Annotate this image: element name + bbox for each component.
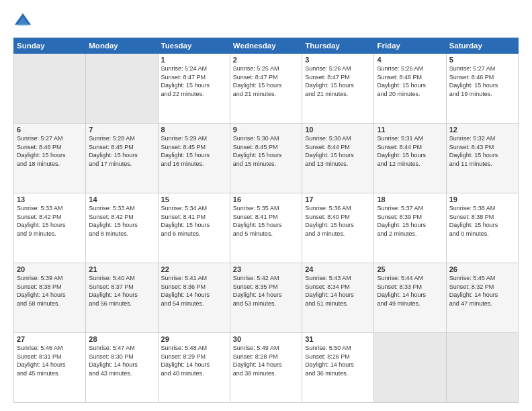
calendar-cell: 8Sunrise: 5:29 AM Sunset: 8:45 PM Daylig…	[158, 124, 230, 193]
calendar-cell	[86, 54, 158, 124]
day-info: Sunrise: 5:30 AM Sunset: 8:45 PM Dayligh…	[233, 134, 299, 168]
calendar-cell: 27Sunrise: 5:46 AM Sunset: 8:31 PM Dayli…	[14, 333, 86, 403]
calendar-cell	[374, 333, 446, 403]
day-info: Sunrise: 5:33 AM Sunset: 8:42 PM Dayligh…	[17, 204, 83, 238]
calendar-cell: 19Sunrise: 5:38 AM Sunset: 8:38 PM Dayli…	[446, 193, 518, 263]
calendar-cell	[14, 54, 86, 124]
day-number: 15	[161, 195, 227, 203]
day-number: 6	[17, 126, 83, 134]
day-number: 8	[161, 126, 227, 134]
calendar-cell: 18Sunrise: 5:37 AM Sunset: 8:39 PM Dayli…	[374, 193, 446, 263]
day-info: Sunrise: 5:24 AM Sunset: 8:47 PM Dayligh…	[161, 64, 227, 98]
week-row-2: 6Sunrise: 5:27 AM Sunset: 8:46 PM Daylig…	[14, 124, 519, 193]
day-info: Sunrise: 5:50 AM Sunset: 8:26 PM Dayligh…	[305, 344, 371, 377]
day-info: Sunrise: 5:32 AM Sunset: 8:43 PM Dayligh…	[449, 134, 515, 168]
week-row-5: 27Sunrise: 5:46 AM Sunset: 8:31 PM Dayli…	[14, 333, 519, 403]
day-info: Sunrise: 5:44 AM Sunset: 8:33 PM Dayligh…	[377, 274, 443, 308]
day-number: 24	[305, 265, 371, 273]
day-number: 28	[89, 335, 154, 343]
day-number: 3	[305, 56, 371, 64]
day-number: 23	[233, 265, 299, 273]
day-number: 17	[305, 195, 371, 203]
day-number: 11	[377, 126, 443, 134]
calendar-cell: 26Sunrise: 5:45 AM Sunset: 8:32 PM Dayli…	[446, 263, 518, 333]
week-row-1: 1Sunrise: 5:24 AM Sunset: 8:47 PM Daylig…	[14, 54, 519, 124]
header	[13, 12, 519, 31]
weekday-header-wednesday: Wednesday	[230, 38, 302, 54]
day-number: 4	[377, 56, 443, 64]
calendar-table: SundayMondayTuesdayWednesdayThursdayFrid…	[13, 38, 519, 403]
calendar-cell: 23Sunrise: 5:42 AM Sunset: 8:35 PM Dayli…	[230, 263, 302, 333]
day-info: Sunrise: 5:49 AM Sunset: 8:28 PM Dayligh…	[233, 344, 299, 377]
calendar-cell: 11Sunrise: 5:31 AM Sunset: 8:44 PM Dayli…	[374, 124, 446, 193]
weekday-header-monday: Monday	[86, 38, 158, 54]
calendar-cell: 30Sunrise: 5:49 AM Sunset: 8:28 PM Dayli…	[230, 333, 302, 403]
day-number: 2	[233, 56, 299, 64]
day-info: Sunrise: 5:40 AM Sunset: 8:37 PM Dayligh…	[89, 274, 154, 308]
day-info: Sunrise: 5:46 AM Sunset: 8:31 PM Dayligh…	[17, 344, 83, 377]
day-info: Sunrise: 5:38 AM Sunset: 8:38 PM Dayligh…	[449, 204, 515, 238]
week-row-3: 13Sunrise: 5:33 AM Sunset: 8:42 PM Dayli…	[14, 193, 519, 263]
day-number: 31	[305, 335, 371, 343]
calendar-cell: 9Sunrise: 5:30 AM Sunset: 8:45 PM Daylig…	[230, 124, 302, 193]
calendar-cell: 6Sunrise: 5:27 AM Sunset: 8:46 PM Daylig…	[14, 124, 86, 193]
calendar-cell: 22Sunrise: 5:41 AM Sunset: 8:36 PM Dayli…	[158, 263, 230, 333]
calendar-cell: 13Sunrise: 5:33 AM Sunset: 8:42 PM Dayli…	[14, 193, 86, 263]
weekday-header-friday: Friday	[374, 38, 446, 54]
calendar-cell: 14Sunrise: 5:33 AM Sunset: 8:42 PM Dayli…	[86, 193, 158, 263]
calendar-cell: 31Sunrise: 5:50 AM Sunset: 8:26 PM Dayli…	[302, 333, 374, 403]
day-number: 21	[89, 265, 154, 273]
calendar-cell	[446, 333, 518, 403]
calendar-cell: 16Sunrise: 5:35 AM Sunset: 8:41 PM Dayli…	[230, 193, 302, 263]
day-number: 9	[233, 126, 299, 134]
day-info: Sunrise: 5:27 AM Sunset: 8:46 PM Dayligh…	[449, 64, 515, 98]
day-info: Sunrise: 5:30 AM Sunset: 8:44 PM Dayligh…	[305, 134, 371, 168]
page: SundayMondayTuesdayWednesdayThursdayFrid…	[0, 0, 532, 411]
day-number: 26	[449, 265, 515, 273]
calendar-cell: 7Sunrise: 5:28 AM Sunset: 8:45 PM Daylig…	[86, 124, 158, 193]
day-info: Sunrise: 5:28 AM Sunset: 8:45 PM Dayligh…	[89, 134, 154, 168]
day-number: 5	[449, 56, 515, 64]
day-info: Sunrise: 5:48 AM Sunset: 8:29 PM Dayligh…	[161, 344, 227, 377]
day-number: 12	[449, 126, 515, 134]
day-info: Sunrise: 5:35 AM Sunset: 8:41 PM Dayligh…	[233, 204, 299, 238]
day-number: 7	[89, 126, 154, 134]
day-info: Sunrise: 5:47 AM Sunset: 8:30 PM Dayligh…	[89, 344, 154, 377]
day-info: Sunrise: 5:26 AM Sunset: 8:47 PM Dayligh…	[305, 64, 371, 98]
day-info: Sunrise: 5:41 AM Sunset: 8:36 PM Dayligh…	[161, 274, 227, 308]
day-info: Sunrise: 5:33 AM Sunset: 8:42 PM Dayligh…	[89, 204, 154, 238]
calendar-cell: 20Sunrise: 5:39 AM Sunset: 8:38 PM Dayli…	[14, 263, 86, 333]
day-number: 14	[89, 195, 154, 203]
day-info: Sunrise: 5:37 AM Sunset: 8:39 PM Dayligh…	[377, 204, 443, 238]
calendar-cell: 29Sunrise: 5:48 AM Sunset: 8:29 PM Dayli…	[158, 333, 230, 403]
day-info: Sunrise: 5:25 AM Sunset: 8:47 PM Dayligh…	[233, 64, 299, 98]
weekday-header-tuesday: Tuesday	[158, 38, 230, 54]
day-number: 1	[161, 56, 227, 64]
day-number: 22	[161, 265, 227, 273]
day-number: 13	[17, 195, 83, 203]
calendar-cell: 2Sunrise: 5:25 AM Sunset: 8:47 PM Daylig…	[230, 54, 302, 124]
day-info: Sunrise: 5:31 AM Sunset: 8:44 PM Dayligh…	[377, 134, 443, 168]
day-number: 30	[233, 335, 299, 343]
calendar-body: 1Sunrise: 5:24 AM Sunset: 8:47 PM Daylig…	[14, 54, 519, 403]
calendar-cell: 4Sunrise: 5:26 AM Sunset: 8:46 PM Daylig…	[374, 54, 446, 124]
day-info: Sunrise: 5:27 AM Sunset: 8:46 PM Dayligh…	[17, 134, 83, 168]
day-number: 18	[377, 195, 443, 203]
day-info: Sunrise: 5:42 AM Sunset: 8:35 PM Dayligh…	[233, 274, 299, 308]
weekday-header-sunday: Sunday	[14, 38, 86, 54]
calendar-cell: 1Sunrise: 5:24 AM Sunset: 8:47 PM Daylig…	[158, 54, 230, 124]
calendar-header: SundayMondayTuesdayWednesdayThursdayFrid…	[14, 38, 519, 54]
day-info: Sunrise: 5:29 AM Sunset: 8:45 PM Dayligh…	[161, 134, 227, 168]
logo-icon	[13, 12, 32, 31]
calendar-cell: 21Sunrise: 5:40 AM Sunset: 8:37 PM Dayli…	[86, 263, 158, 333]
calendar-cell: 10Sunrise: 5:30 AM Sunset: 8:44 PM Dayli…	[302, 124, 374, 193]
calendar-cell: 5Sunrise: 5:27 AM Sunset: 8:46 PM Daylig…	[446, 54, 518, 124]
calendar-cell: 24Sunrise: 5:43 AM Sunset: 8:34 PM Dayli…	[302, 263, 374, 333]
calendar-cell: 12Sunrise: 5:32 AM Sunset: 8:43 PM Dayli…	[446, 124, 518, 193]
weekday-header-thursday: Thursday	[302, 38, 374, 54]
day-number: 27	[17, 335, 83, 343]
logo	[13, 12, 35, 31]
day-info: Sunrise: 5:39 AM Sunset: 8:38 PM Dayligh…	[17, 274, 83, 308]
day-number: 29	[161, 335, 227, 343]
day-info: Sunrise: 5:43 AM Sunset: 8:34 PM Dayligh…	[305, 274, 371, 308]
